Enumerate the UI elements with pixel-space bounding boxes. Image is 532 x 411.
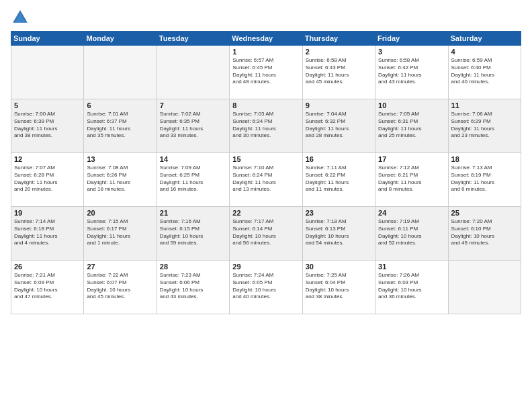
day-info: Sunrise: 7:09 AM Sunset: 6:25 PM Dayligh… [160,165,226,193]
calendar-cell [84,46,157,99]
day-number: 21 [160,209,226,217]
day-info: Sunrise: 6:57 AM Sunset: 6:45 PM Dayligh… [232,57,299,86]
day-info: Sunrise: 7:04 AM Sunset: 6:32 PM Dayligh… [306,111,372,140]
calendar-week-row: 12Sunrise: 7:07 AM Sunset: 6:28 PM Dayli… [11,153,521,207]
calendar-cell: 22Sunrise: 7:17 AM Sunset: 6:14 PM Dayli… [230,207,302,261]
calendar-cell: 5Sunrise: 7:00 AM Sunset: 6:39 PM Daylig… [11,99,84,153]
calendar-cell: 2Sunrise: 6:58 AM Sunset: 6:43 PM Daylig… [302,46,375,99]
day-info: Sunrise: 7:00 AM Sunset: 6:39 PM Dayligh… [14,111,81,140]
calendar-cell: 13Sunrise: 7:08 AM Sunset: 6:26 PM Dayli… [84,153,157,207]
day-info: Sunrise: 7:17 AM Sunset: 6:14 PM Dayligh… [232,218,299,247]
day-info: Sunrise: 7:07 AM Sunset: 6:28 PM Dayligh… [14,165,81,193]
day-number: 5 [14,101,81,109]
weekday-header: Saturday [448,32,521,46]
weekday-header: Friday [375,32,448,46]
calendar-cell: 27Sunrise: 7:22 AM Sunset: 6:07 PM Dayli… [84,261,157,314]
calendar-cell: 7Sunrise: 7:02 AM Sunset: 6:35 PM Daylig… [157,99,229,153]
day-info: Sunrise: 7:19 AM Sunset: 6:11 PM Dayligh… [378,218,445,247]
day-info: Sunrise: 7:10 AM Sunset: 6:24 PM Dayligh… [232,165,299,193]
calendar-cell [11,46,84,99]
day-number: 1 [232,48,299,56]
calendar-cell [157,46,229,99]
day-number: 16 [306,155,372,163]
calendar-cell: 19Sunrise: 7:14 AM Sunset: 6:18 PM Dayli… [11,207,84,261]
day-info: Sunrise: 7:13 AM Sunset: 6:19 PM Dayligh… [451,165,518,193]
day-number: 19 [14,209,81,217]
weekday-row: SundayMondayTuesdayWednesdayThursdayFrid… [11,32,521,46]
day-number: 13 [87,155,153,163]
day-number: 3 [378,48,445,56]
day-number: 7 [160,101,226,109]
calendar-cell: 17Sunrise: 7:12 AM Sunset: 6:21 PM Dayli… [375,153,448,207]
calendar-cell: 30Sunrise: 7:25 AM Sunset: 6:04 PM Dayli… [302,261,375,314]
page: SundayMondayTuesdayWednesdayThursdayFrid… [0,0,532,411]
day-info: Sunrise: 7:22 AM Sunset: 6:07 PM Dayligh… [87,272,153,301]
day-info: Sunrise: 7:26 AM Sunset: 6:03 PM Dayligh… [378,272,445,301]
day-number: 11 [451,101,518,109]
day-info: Sunrise: 7:18 AM Sunset: 6:13 PM Dayligh… [306,218,372,247]
weekday-header: Wednesday [230,32,302,46]
calendar-cell: 25Sunrise: 7:20 AM Sunset: 6:10 PM Dayli… [448,207,521,261]
day-number: 22 [232,209,299,217]
day-info: Sunrise: 7:14 AM Sunset: 6:18 PM Dayligh… [14,218,81,247]
day-info: Sunrise: 7:11 AM Sunset: 6:22 PM Dayligh… [306,165,372,193]
day-number: 8 [232,101,299,109]
day-info: Sunrise: 7:01 AM Sunset: 6:37 PM Dayligh… [87,111,153,140]
day-info: Sunrise: 6:59 AM Sunset: 6:40 PM Dayligh… [451,57,518,86]
calendar-cell: 1Sunrise: 6:57 AM Sunset: 6:45 PM Daylig… [230,46,302,99]
day-number: 24 [378,209,445,217]
day-info: Sunrise: 7:24 AM Sunset: 6:05 PM Dayligh… [232,272,299,301]
weekday-header: Sunday [11,32,84,46]
day-number: 23 [306,209,372,217]
calendar-cell: 6Sunrise: 7:01 AM Sunset: 6:37 PM Daylig… [84,99,157,153]
calendar-cell: 26Sunrise: 7:21 AM Sunset: 6:09 PM Dayli… [11,261,84,314]
header [11,8,521,27]
day-info: Sunrise: 7:05 AM Sunset: 6:31 PM Dayligh… [378,111,445,140]
day-number: 29 [232,263,299,271]
day-number: 12 [14,155,81,163]
calendar-cell: 9Sunrise: 7:04 AM Sunset: 6:32 PM Daylig… [302,99,375,153]
day-info: Sunrise: 7:16 AM Sunset: 6:15 PM Dayligh… [160,218,226,247]
day-number: 30 [306,263,372,271]
calendar-cell: 11Sunrise: 7:06 AM Sunset: 6:29 PM Dayli… [448,99,521,153]
calendar-cell: 18Sunrise: 7:13 AM Sunset: 6:19 PM Dayli… [448,153,521,207]
logo [11,8,32,27]
calendar-cell: 23Sunrise: 7:18 AM Sunset: 6:13 PM Dayli… [302,207,375,261]
weekday-header: Monday [84,32,157,46]
calendar-week-row: 5Sunrise: 7:00 AM Sunset: 6:39 PM Daylig… [11,99,521,153]
day-info: Sunrise: 6:58 AM Sunset: 6:43 PM Dayligh… [306,57,372,86]
day-number: 14 [160,155,226,163]
day-info: Sunrise: 7:02 AM Sunset: 6:35 PM Dayligh… [160,111,226,140]
day-number: 20 [87,209,153,217]
day-info: Sunrise: 7:12 AM Sunset: 6:21 PM Dayligh… [378,165,445,193]
calendar-header: SundayMondayTuesdayWednesdayThursdayFrid… [11,32,521,46]
day-info: Sunrise: 7:15 AM Sunset: 6:17 PM Dayligh… [87,218,153,247]
calendar-week-row: 1Sunrise: 6:57 AM Sunset: 6:45 PM Daylig… [11,46,521,99]
day-number: 18 [451,155,518,163]
calendar-cell: 8Sunrise: 7:03 AM Sunset: 6:34 PM Daylig… [230,99,302,153]
day-number: 28 [160,263,226,271]
calendar-cell: 10Sunrise: 7:05 AM Sunset: 6:31 PM Dayli… [375,99,448,153]
day-number: 4 [451,48,518,56]
day-number: 6 [87,101,153,109]
day-info: Sunrise: 7:08 AM Sunset: 6:26 PM Dayligh… [87,165,153,193]
weekday-header: Thursday [302,32,375,46]
calendar-cell: 24Sunrise: 7:19 AM Sunset: 6:11 PM Dayli… [375,207,448,261]
day-number: 10 [378,101,445,109]
day-number: 26 [14,263,81,271]
calendar-body: 1Sunrise: 6:57 AM Sunset: 6:45 PM Daylig… [11,46,521,314]
calendar-cell [448,261,521,314]
calendar-cell: 12Sunrise: 7:07 AM Sunset: 6:28 PM Dayli… [11,153,84,207]
calendar: SundayMondayTuesdayWednesdayThursdayFrid… [11,31,521,314]
calendar-cell: 20Sunrise: 7:15 AM Sunset: 6:17 PM Dayli… [84,207,157,261]
calendar-week-row: 26Sunrise: 7:21 AM Sunset: 6:09 PM Dayli… [11,261,521,314]
calendar-cell: 21Sunrise: 7:16 AM Sunset: 6:15 PM Dayli… [157,207,229,261]
calendar-cell: 28Sunrise: 7:23 AM Sunset: 6:06 PM Dayli… [157,261,229,314]
day-info: Sunrise: 7:06 AM Sunset: 6:29 PM Dayligh… [451,111,518,140]
day-number: 2 [306,48,372,56]
day-info: Sunrise: 7:21 AM Sunset: 6:09 PM Dayligh… [14,272,81,301]
day-info: Sunrise: 7:03 AM Sunset: 6:34 PM Dayligh… [232,111,299,140]
calendar-cell: 15Sunrise: 7:10 AM Sunset: 6:24 PM Dayli… [230,153,302,207]
calendar-cell: 4Sunrise: 6:59 AM Sunset: 6:40 PM Daylig… [448,46,521,99]
calendar-cell: 31Sunrise: 7:26 AM Sunset: 6:03 PM Dayli… [375,261,448,314]
